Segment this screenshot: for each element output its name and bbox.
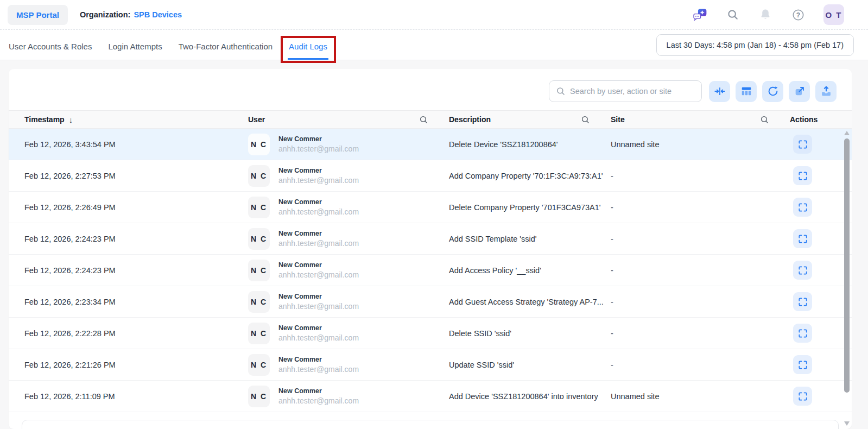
column-header-description[interactable]: Description (449, 115, 611, 124)
actions-cell (790, 387, 852, 406)
avatar-initials: N C (251, 298, 267, 306)
scrollbar-thumb[interactable] (844, 138, 850, 393)
avatar-initials: N C (251, 172, 267, 180)
scroll-up-icon[interactable] (844, 131, 850, 135)
table-scrollbar[interactable] (844, 130, 850, 427)
notifications-bell-icon[interactable] (758, 8, 772, 22)
expand-row-button[interactable] (793, 229, 812, 248)
description-value: Update SSID 'ssid' (449, 361, 514, 369)
ai-assistant-icon[interactable] (693, 8, 707, 22)
site-value: Unnamed site (611, 140, 659, 149)
user-cell: N C New Commer anhh.tester@gmail.com (248, 386, 449, 407)
timestamp-value: Feb 12, 2026, 2:11:09 PM (24, 392, 115, 401)
site-header-label: Site (611, 115, 625, 124)
tab-two-factor-authentication[interactable]: Two-Factor Authentication (178, 32, 274, 60)
site-cell: - (611, 203, 790, 212)
user-cell: N C New Commer anhh.tester@gmail.com (248, 291, 449, 313)
site-value: - (611, 235, 613, 243)
user-info: New Commer anhh.tester@gmail.com (278, 387, 359, 405)
tab-user-accounts-roles[interactable]: User Accounts & Roles (8, 32, 93, 60)
description-cell: Add Device 'SSZ181200864' into inventory (449, 392, 611, 401)
column-search-icon[interactable] (419, 115, 428, 124)
site-value: - (611, 266, 613, 275)
user-email: anhh.tester@gmail.com (278, 270, 359, 279)
table-header: Timestamp ↓ User Description Site (9, 110, 852, 129)
table-row[interactable]: Feb 12, 2026, 2:23:34 PM N C New Commer … (9, 286, 852, 318)
refresh-icon (767, 85, 779, 97)
column-settings-button[interactable] (736, 81, 757, 102)
column-header-user[interactable]: User (248, 115, 449, 124)
fullscreen-icon (797, 391, 808, 402)
scroll-down-icon[interactable] (844, 421, 850, 426)
tab-audit-logs[interactable]: Audit Logs (288, 32, 328, 60)
timestamp-cell: Feb 12, 2026, 2:24:23 PM (24, 235, 248, 243)
organization-label: Organization: (80, 10, 130, 19)
table-row[interactable]: Feb 12, 2026, 3:43:54 PM N C New Commer … (9, 129, 852, 160)
site-value: - (611, 329, 613, 338)
expand-row-button[interactable] (793, 261, 812, 280)
expand-row-button[interactable] (793, 166, 812, 185)
column-search-icon[interactable] (581, 115, 590, 124)
table-row[interactable]: Feb 12, 2026, 2:11:09 PM N C New Commer … (9, 381, 852, 412)
fullscreen-icon (797, 171, 808, 181)
actions-cell (790, 261, 852, 280)
expand-row-button[interactable] (793, 387, 812, 406)
site-cell: - (611, 298, 790, 306)
user-name: New Commer (278, 135, 359, 143)
actions-cell (790, 166, 852, 185)
timestamp-cell: Feb 12, 2026, 2:23:34 PM (24, 298, 248, 306)
user-cell: N C New Commer anhh.tester@gmail.com (248, 354, 449, 376)
open-fullscreen-button[interactable] (789, 81, 810, 102)
expand-row-button[interactable] (793, 355, 812, 374)
user-info: New Commer anhh.tester@gmail.com (278, 230, 359, 248)
expand-row-button[interactable] (793, 324, 812, 343)
refresh-button[interactable] (762, 81, 783, 102)
expand-row-button[interactable] (793, 135, 812, 154)
organization-link[interactable]: SPB Devices (134, 10, 182, 19)
search-icon[interactable] (726, 8, 740, 22)
search-icon (556, 86, 566, 96)
table-search[interactable] (549, 80, 702, 102)
user-avatar: N C (248, 228, 270, 250)
collapse-columns-button[interactable] (709, 81, 730, 102)
fullscreen-icon (797, 139, 808, 150)
description-value: Add SSID Template 'ssid' (449, 235, 537, 243)
table-row[interactable]: Feb 12, 2026, 2:24:23 PM N C New Commer … (9, 255, 852, 286)
timestamp-value: Feb 12, 2026, 2:24:23 PM (24, 235, 116, 243)
description-value: Delete Device 'SSZ181200864' (449, 140, 558, 149)
msp-portal-button[interactable]: MSP Portal (8, 5, 68, 25)
column-header-timestamp[interactable]: Timestamp ↓ (24, 115, 248, 124)
column-search-icon[interactable] (760, 115, 769, 124)
export-button[interactable] (815, 81, 837, 102)
table-row[interactable]: Feb 12, 2026, 2:26:49 PM N C New Commer … (9, 192, 852, 223)
avatar-initials: N C (251, 392, 267, 401)
description-cell: Add Company Property '70:1F:3C:A9:73:A1' (449, 172, 611, 180)
actions-cell (790, 198, 852, 217)
column-settings-icon (740, 85, 752, 97)
sort-descending-icon[interactable]: ↓ (69, 115, 73, 124)
user-avatar: N C (248, 291, 270, 313)
table-row[interactable]: Feb 12, 2026, 2:27:53 PM N C New Commer … (9, 160, 852, 192)
fullscreen-icon (797, 328, 808, 339)
fullscreen-icon (797, 359, 808, 370)
help-icon[interactable]: ? (791, 8, 805, 22)
description-value: Delete SSID 'ssid' (449, 329, 511, 338)
date-range-picker[interactable]: Last 30 Days: 4:58 pm (Jan 18) - 4:58 pm… (656, 34, 854, 56)
expand-row-button[interactable] (793, 292, 812, 311)
table-body: Feb 12, 2026, 3:43:54 PM N C New Commer … (9, 129, 852, 412)
table-row[interactable]: Feb 12, 2026, 2:21:26 PM N C New Commer … (9, 349, 852, 381)
expand-row-button[interactable] (793, 198, 812, 217)
user-name: New Commer (278, 198, 359, 206)
actions-header-label: Actions (790, 115, 818, 124)
search-input[interactable] (570, 87, 695, 96)
user-email: anhh.tester@gmail.com (278, 207, 359, 216)
tab-login-attempts[interactable]: Login Attempts (107, 32, 163, 60)
column-header-site[interactable]: Site (611, 115, 790, 124)
site-value: - (611, 203, 613, 212)
user-menu-avatar[interactable]: O T (823, 4, 844, 25)
table-row[interactable]: Feb 12, 2026, 2:22:28 PM N C New Commer … (9, 318, 852, 349)
user-info: New Commer anhh.tester@gmail.com (278, 135, 359, 153)
timestamp-value: Feb 12, 2026, 2:23:34 PM (24, 298, 116, 306)
table-row[interactable]: Feb 12, 2026, 2:24:23 PM N C New Commer … (9, 223, 852, 255)
user-cell: N C New Commer anhh.tester@gmail.com (248, 134, 449, 155)
